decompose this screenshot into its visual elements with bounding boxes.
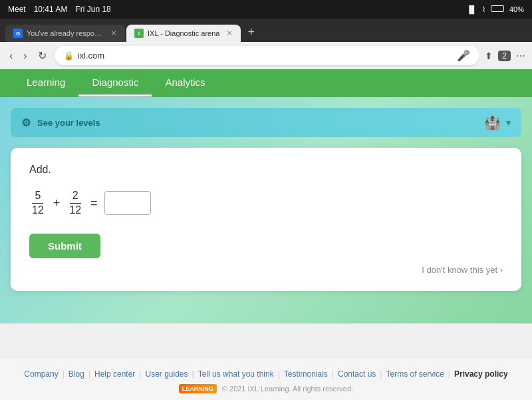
lock-icon: 🔒 — [64, 51, 74, 61]
wifi-icon: ⌇ — [482, 5, 485, 14]
tab-respond[interactable]: G You've already responde... ✕ — [5, 25, 125, 42]
tab-favicon-meet: G — [13, 29, 23, 38]
battery-percent: 40% — [509, 5, 524, 13]
tabs-count[interactable]: 2 — [498, 51, 511, 61]
signal-icon: ▐▌ — [466, 5, 477, 13]
address-bar-row: ‹ › ↻ 🔒 ixl.com 🎤 ⬆ 2 ⋯ — [0, 42, 532, 69]
levels-label: See your levels — [37, 118, 100, 128]
link-blog[interactable]: Blog — [65, 369, 88, 379]
add-tab-button[interactable]: + — [242, 23, 260, 42]
link-terms[interactable]: Terms of service — [382, 369, 448, 379]
forward-button[interactable]: › — [21, 47, 29, 65]
app-name: Meet — [8, 5, 26, 14]
address-text: ixl.com — [78, 51, 458, 61]
link-testimonials[interactable]: Testimonials — [280, 369, 332, 379]
main-content: ⚙ See your levels 🏰 ▾ Add. 5 12 + 2 12 = — [0, 97, 532, 323]
back-button[interactable]: ‹ — [7, 47, 15, 65]
link-company[interactable]: Company — [20, 369, 62, 379]
reload-button[interactable]: ↻ — [35, 47, 49, 65]
status-bar: Meet 10:41 AM Fri Jun 18 ▐▌ ⌇ 40% — [0, 0, 532, 19]
answer-input[interactable] — [104, 191, 151, 215]
nav-diagnostic[interactable]: Diagnostic — [78, 70, 152, 97]
footer-links: Company | Blog | Help center | User guid… — [13, 369, 519, 379]
mic-icon[interactable]: 🎤 — [457, 49, 470, 62]
equals-sign: = — [90, 196, 98, 210]
castle-icon: 🏰 — [484, 114, 501, 130]
nav-analytics[interactable]: Analytics — [152, 70, 218, 97]
fraction-2-den: 12 — [66, 204, 84, 218]
site-nav: Learning Diagnostic Analytics — [0, 69, 532, 97]
link-privacy[interactable]: Privacy policy — [450, 369, 512, 379]
ixl-logo: LEARNING — [179, 384, 217, 393]
levels-banner[interactable]: ⚙ See your levels 🏰 ▾ — [11, 108, 521, 137]
fraction-row: 5 12 + 2 12 = — [29, 189, 503, 218]
more-button[interactable]: ⋯ — [516, 51, 525, 61]
footer: Company | Blog | Help center | User guid… — [0, 357, 532, 400]
tab-ixl-close[interactable]: ✕ — [226, 29, 233, 38]
battery-icon — [491, 5, 504, 13]
tab-favicon-ixl: I — [134, 29, 144, 38]
submit-button[interactable]: Submit — [29, 234, 100, 258]
fraction-1: 5 12 — [29, 189, 47, 218]
levels-settings-icon: ⚙ — [21, 116, 31, 129]
link-guides[interactable]: User guides — [141, 369, 192, 379]
fraction-2-num: 2 — [70, 189, 81, 204]
date: Fri Jun 18 — [75, 5, 110, 14]
address-bar[interactable]: 🔒 ixl.com 🎤 — [55, 46, 480, 65]
operator-plus: + — [53, 196, 61, 210]
time: 10:41 AM — [34, 5, 68, 14]
tab-respond-close[interactable]: ✕ — [110, 29, 117, 38]
dont-know-link[interactable]: I don't know this yet › — [29, 265, 503, 275]
fraction-2: 2 12 — [66, 189, 84, 218]
copyright-text: © 2021 IXL Learning. All rights reserved… — [222, 385, 353, 393]
link-tell[interactable]: Tell us what you think — [194, 369, 278, 379]
dropdown-icon[interactable]: ▾ — [506, 117, 511, 128]
browser-actions: ⬆ 2 ⋯ — [485, 51, 525, 61]
tab-ixl[interactable]: I IXL - Diagnostic arena ✕ — [126, 25, 241, 42]
share-button[interactable]: ⬆ — [485, 51, 493, 61]
question-title: Add. — [29, 164, 503, 176]
tab-ixl-label: IXL - Diagnostic arena — [148, 29, 219, 37]
footer-copyright: LEARNING © 2021 IXL Learning. All rights… — [13, 384, 519, 393]
fraction-1-num: 5 — [32, 189, 43, 204]
tab-respond-label: You've already responde... — [27, 29, 104, 37]
browser-chrome: G You've already responde... ✕ I IXL - D… — [0, 19, 532, 42]
nav-learning[interactable]: Learning — [13, 70, 78, 97]
link-help[interactable]: Help center — [90, 369, 139, 379]
link-contact[interactable]: Contact us — [334, 369, 380, 379]
tabs-row: G You've already responde... ✕ I IXL - D… — [5, 23, 527, 42]
question-card: Add. 5 12 + 2 12 = Submit I don't know t… — [11, 148, 521, 291]
fraction-1-den: 12 — [29, 204, 47, 218]
